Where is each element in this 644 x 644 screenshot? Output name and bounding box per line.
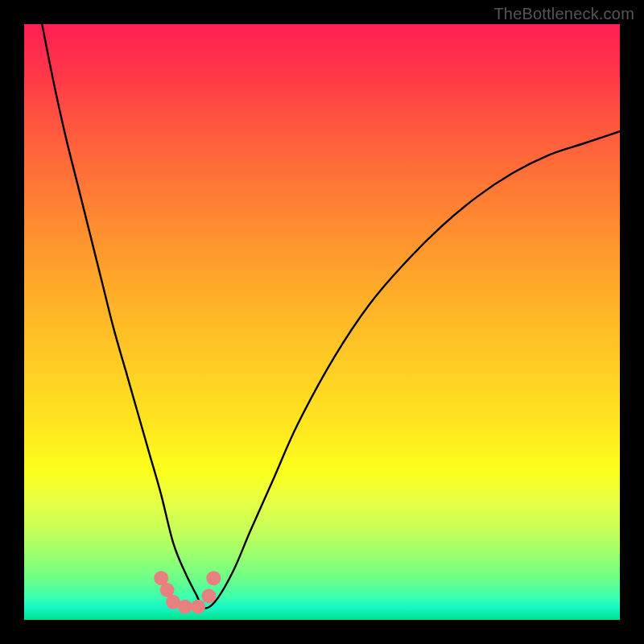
bottleneck-curve <box>42 24 620 609</box>
marker-dot <box>178 600 192 614</box>
outer-frame: TheBottleneck.com <box>0 0 644 644</box>
watermark-text: TheBottleneck.com <box>493 5 634 23</box>
marker-dot <box>191 600 205 614</box>
curve-layer <box>24 24 620 620</box>
marker-dot <box>201 588 216 603</box>
plot-area <box>24 24 620 620</box>
marker-dot <box>206 571 221 585</box>
